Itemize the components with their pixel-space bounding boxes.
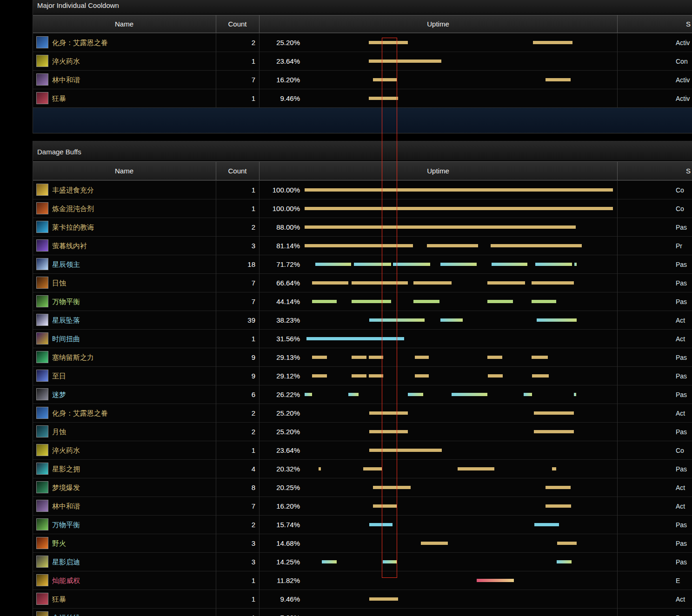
ability-name-link[interactable]: 星影启迪	[52, 553, 80, 571]
ability-name-link[interactable]: 星影之拥	[52, 460, 80, 478]
status-value: Act	[676, 497, 685, 516]
duskthread-lining-icon[interactable]	[36, 239, 48, 252]
uptime-bar-segment	[524, 393, 532, 396]
table-row: 日蚀766.64%Pas	[33, 273, 692, 292]
table-row: 狂暴19.46%Act	[33, 590, 692, 608]
ability-name-link[interactable]: 化身：艾露恩之眷	[52, 33, 108, 52]
ability-name-link[interactable]: 月蚀	[52, 423, 66, 441]
ability-name-link[interactable]: 灿能威权	[52, 571, 80, 590]
ability-name-link[interactable]: 狂暴	[52, 89, 66, 108]
harmony-of-the-grove-icon[interactable]	[36, 73, 48, 86]
harmony-of-the-grove-icon[interactable]	[36, 500, 48, 512]
uptime-timeline	[305, 609, 613, 616]
uptime-percent: 14.68%	[259, 534, 300, 553]
ability-name-link[interactable]: 野火	[52, 534, 66, 553]
uptime-timeline	[305, 52, 613, 71]
count-value: 3	[216, 237, 255, 255]
uptime-timeline	[305, 33, 613, 52]
starshadow-embrace-icon[interactable]	[36, 463, 48, 475]
uptime-percent: 66.64%	[259, 274, 300, 292]
uptime-bar-segment	[421, 542, 448, 545]
timeline-selection-marker[interactable]	[382, 38, 397, 578]
wildfire-icon[interactable]	[36, 537, 48, 549]
table-header: NameCountUptimeS	[33, 15, 692, 33]
column-header-count[interactable]: Count	[216, 15, 259, 33]
uptime-bar-segment	[348, 393, 359, 396]
uptime-timeline	[305, 423, 613, 441]
uptime-bar-segment	[322, 560, 337, 563]
column-header-s[interactable]: S	[617, 15, 692, 33]
solstice-icon[interactable]	[36, 370, 48, 382]
count-value: 9	[216, 367, 255, 385]
status-value: Act	[676, 478, 685, 497]
ability-name-link[interactable]: 金运丝线	[52, 609, 80, 616]
alchemical-chaos-flask-icon[interactable]	[36, 202, 48, 214]
incarnation-chosen-of-elune-icon[interactable]	[36, 36, 48, 48]
ability-name-link[interactable]: 万物平衡	[52, 516, 80, 534]
ability-name-link[interactable]: 林中和谐	[52, 71, 80, 89]
starlord-icon[interactable]	[36, 258, 48, 270]
starfall-icon[interactable]	[36, 314, 48, 326]
count-value: 4	[216, 460, 255, 478]
count-value: 7	[216, 292, 255, 311]
ability-name-link[interactable]: 星辰坠落	[52, 311, 80, 330]
tempered-potion-icon[interactable]	[36, 55, 48, 67]
ability-name-link[interactable]: 丰盛进食充分	[52, 181, 94, 199]
uptime-bar-segment	[305, 225, 576, 229]
ability-name-link[interactable]: 梦境爆发	[52, 478, 80, 497]
column-header-count[interactable]: Count	[216, 162, 259, 180]
uptime-percent: 16.20%	[259, 71, 300, 89]
dream-burst-icon[interactable]	[36, 481, 48, 493]
tempered-potion-icon[interactable]	[36, 444, 48, 456]
table-row: 林中和谐716.20%Act	[33, 497, 692, 515]
solar-eclipse-icon[interactable]	[36, 277, 48, 289]
ability-name-link[interactable]: 至日	[52, 367, 66, 385]
uptime-percent: 9.46%	[259, 590, 300, 609]
uptime-percent: 23.64%	[259, 441, 300, 460]
dreamstate-icon[interactable]	[36, 388, 48, 400]
ability-name-link[interactable]: 日蚀	[52, 274, 66, 292]
time-warp-icon[interactable]	[36, 332, 48, 344]
status-value: Act	[676, 404, 685, 423]
ability-name-link[interactable]: 万物平衡	[52, 292, 80, 311]
column-header-uptime[interactable]: Uptime	[259, 162, 617, 180]
incarnation-chosen-of-elune-icon[interactable]	[36, 407, 48, 419]
column-header-name[interactable]: Name	[33, 15, 216, 33]
column-header-s[interactable]: S	[617, 162, 692, 180]
radiant-authority-icon[interactable]	[36, 574, 48, 586]
count-value: 1	[216, 199, 255, 218]
balance-of-all-things-icon[interactable]	[36, 518, 48, 530]
count-value: 1	[216, 89, 255, 108]
ability-name-link[interactable]: 星辰领主	[52, 255, 80, 274]
goldthread-icon[interactable]	[36, 611, 48, 616]
balance-of-all-things-icon[interactable]	[36, 295, 48, 307]
uptime-percent: 81.14%	[259, 237, 300, 255]
berserking-icon[interactable]	[36, 593, 48, 605]
berserking-icon[interactable]	[36, 92, 48, 104]
ability-name-link[interactable]: 迷梦	[52, 385, 66, 404]
ability-name-link[interactable]: 莱卡拉的教诲	[52, 218, 94, 237]
ability-name-link[interactable]: 化身：艾露恩之眷	[52, 404, 108, 423]
ability-name-link[interactable]: 塞纳留斯之力	[52, 348, 94, 367]
ability-name-link[interactable]: 林中和谐	[52, 497, 80, 516]
table-title: Major Individual Cooldown	[33, 0, 692, 15]
status-value: Pas	[676, 460, 687, 478]
well-fed-icon[interactable]	[36, 184, 48, 196]
lydiaras-teachings-icon[interactable]	[36, 221, 48, 233]
column-header-name[interactable]: Name	[33, 162, 216, 180]
column-header-uptime[interactable]: Uptime	[259, 15, 617, 33]
power-of-cenarius-icon[interactable]	[36, 351, 48, 363]
lunar-eclipse-icon[interactable]	[36, 425, 48, 437]
ability-name-link[interactable]: 时间扭曲	[52, 330, 80, 348]
status-value: Pas	[676, 385, 687, 404]
ability-name-link[interactable]: 狂暴	[52, 590, 66, 609]
ability-name-link[interactable]: 淬火药水	[52, 52, 80, 71]
uptime-percent: 23.64%	[259, 52, 300, 71]
count-value: 7	[216, 71, 255, 89]
ability-name-link[interactable]: 淬火药水	[52, 441, 80, 460]
starshadow-insight-icon[interactable]	[36, 556, 48, 568]
uptime-timeline	[305, 237, 613, 255]
ability-name-link[interactable]: 萤暮线内衬	[52, 237, 87, 255]
table-row: 时间扭曲131.56%Act	[33, 329, 692, 348]
ability-name-link[interactable]: 炼金混沌合剂	[52, 199, 94, 218]
